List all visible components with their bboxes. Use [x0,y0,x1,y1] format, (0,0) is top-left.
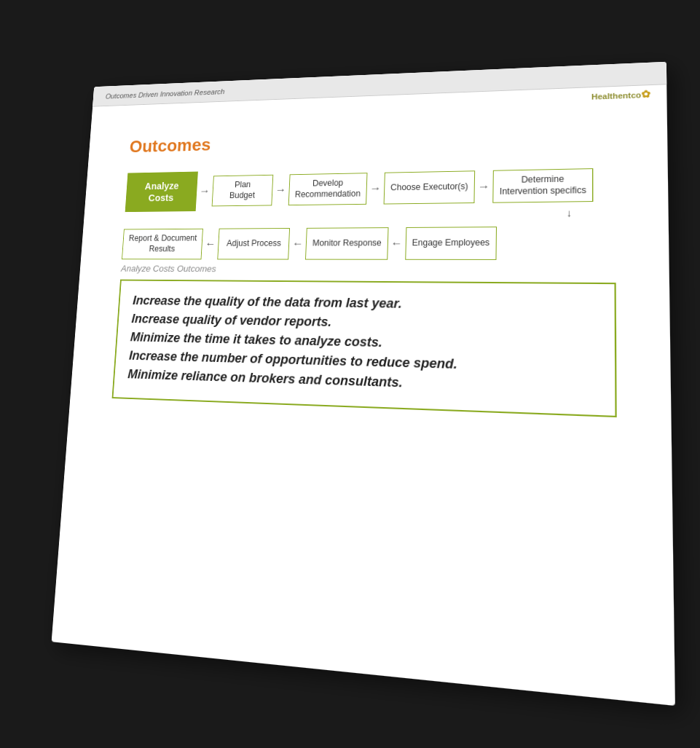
flow-box-adjust-process[interactable]: Adjust Process [217,228,290,260]
flow-box-plan-budget[interactable]: PlanBudget [211,174,273,206]
outcomes-section: Increase the quality of the data from la… [111,279,616,417]
arrow-rev-1: ← [205,237,216,250]
arrow-rev-2: ← [291,237,303,250]
page-title: Outcomes [128,122,615,157]
determine-intervention-label: DetermineIntervention specifics [499,173,586,197]
flow-box-determine-intervention[interactable]: DetermineIntervention specifics [492,168,593,203]
slide: Outcomes Driven Innovation Research Heal… [51,61,675,705]
slide-content: Outcomes AnalyzeCosts → PlanBudget → [95,107,637,433]
flow-box-engage-employees[interactable]: Engage Employees [404,227,496,260]
arrow-2: → [275,184,286,196]
brand-logo: Healthentco✿ [591,88,650,102]
monitor-response-label: Monitor Response [312,237,381,248]
arrow-4: → [477,180,489,193]
adjust-process-label: Adjust Process [226,238,280,249]
slide-header-bar: Outcomes Driven Innovation Research [93,61,666,106]
flow-box-report-document[interactable]: Report & DocumentResults [122,228,203,259]
arrow-3: → [369,182,381,194]
engage-employees-label: Engage Employees [412,237,489,249]
process-flow: AnalyzeCosts → PlanBudget → DevelopRecom… [122,162,616,260]
slide-wrapper: Outcomes Driven Innovation Research Heal… [37,47,664,702]
flow-row-2: Report & DocumentResults ← Adjust Proces… [122,226,616,260]
flow-box-choose-executor[interactable]: Choose Executor(s) [383,170,475,204]
brand-name: Healthentco [591,90,641,101]
analyze-costs-label: AnalyzeCosts [143,179,179,203]
flow-box-develop-recommendation[interactable]: DevelopRecommendation [288,173,367,205]
header-bar-title: Outcomes Driven Innovation Research [105,87,224,99]
report-document-label: Report & DocumentResults [127,233,197,254]
plan-budget-label: PlanBudget [229,180,255,201]
arrow-1: → [199,185,210,197]
outcomes-wrapper: Analyze Costs Outcomes Increase the qual… [111,279,616,417]
outcomes-list: Increase the quality of the data from la… [127,291,598,399]
arrow-rev-3: ← [390,237,402,250]
flow-box-monitor-response[interactable]: Monitor Response [305,227,388,260]
choose-executor-label: Choose Executor(s) [390,181,468,194]
flow-box-analyze-costs[interactable]: AnalyzeCosts [125,171,197,212]
develop-recommendation-label: DevelopRecommendation [294,178,361,200]
outcomes-section-label: Analyze Costs Outcomes [120,263,216,273]
flow-row-1: AnalyzeCosts → PlanBudget → DevelopRecom… [125,162,615,212]
down-arrow-icon: ↓ [566,207,572,219]
brand-sun-icon: ✿ [641,88,650,100]
